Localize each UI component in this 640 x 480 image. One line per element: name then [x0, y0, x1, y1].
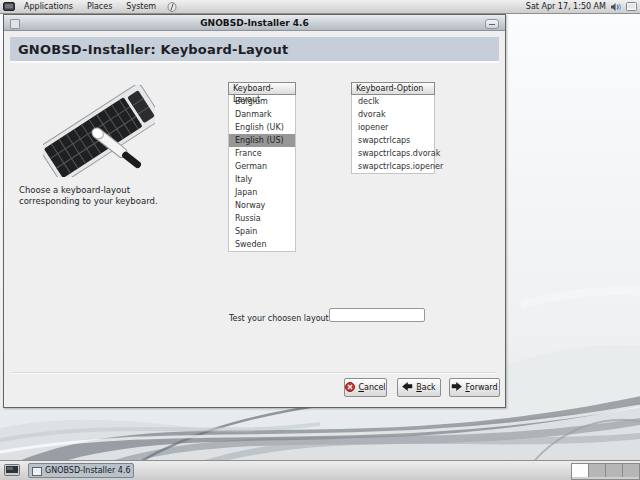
forward-arrow-icon	[451, 382, 462, 393]
instruction-text: Choose a keyboard-layout corresponding t…	[19, 185, 158, 207]
forward-button[interactable]: Forward	[449, 378, 500, 397]
list-item[interactable]: English (US)	[229, 134, 295, 147]
list-item[interactable]: Sweden	[229, 238, 295, 251]
list-item[interactable]: iopener	[352, 121, 434, 134]
list-item[interactable]: English (UK)	[229, 121, 295, 134]
workspace-cell[interactable]	[606, 464, 623, 477]
keyboard-test-input[interactable]	[329, 308, 425, 322]
test-layout-label: Test your choosen layout	[229, 314, 329, 323]
list-item[interactable]: France	[229, 147, 295, 160]
list-item[interactable]: German	[229, 160, 295, 173]
panel-launcher-icon[interactable]	[167, 2, 177, 12]
list-item[interactable]: declk	[352, 95, 434, 108]
menu-system[interactable]: System	[119, 0, 163, 13]
menu-applications[interactable]: Applications	[17, 0, 80, 13]
list-item[interactable]: swapctrlcaps.iopener	[352, 160, 434, 173]
distro-logo-icon[interactable]	[3, 2, 15, 12]
keyboard-option-list-header[interactable]: Keyboard-Option	[351, 82, 435, 95]
button-separator	[12, 372, 497, 374]
menu-places[interactable]: Places	[80, 0, 119, 13]
list-item[interactable]: dvorak	[352, 108, 434, 121]
page-header: GNOBSD-Installer: Keyboard-Layout	[10, 37, 499, 63]
workspace-switcher	[571, 463, 640, 480]
list-item[interactable]: Norway	[229, 199, 295, 212]
page-title: GNOBSD-Installer: Keyboard-Layout	[18, 42, 288, 57]
task-window-icon	[32, 461, 42, 480]
workspace-cell[interactable]	[572, 464, 589, 477]
cancel-icon	[345, 382, 355, 394]
list-item[interactable]: Japan	[229, 186, 295, 199]
list-item[interactable]: Russia	[229, 212, 295, 225]
show-desktop-icon[interactable]	[2, 463, 22, 479]
cancel-button[interactable]: Cancel	[344, 378, 387, 397]
minimize-button[interactable]	[485, 19, 499, 29]
back-arrow-icon	[402, 382, 413, 393]
window-titlebar[interactable]: GNOBSD-Installer 4.6	[4, 15, 505, 31]
list-item[interactable]: Italy	[229, 173, 295, 186]
list-item[interactable]: Spain	[229, 225, 295, 238]
keyboard-layout-list-items: BelgiumDanmarkEnglish (UK)English (US)Fr…	[228, 95, 296, 252]
back-button[interactable]: Back	[397, 378, 441, 397]
volume-icon[interactable]	[610, 2, 622, 12]
keyboard-illustration	[43, 85, 155, 177]
taskbar-window-button[interactable]: GNOBSD-Installer 4.6	[28, 463, 134, 478]
task-label: GNOBSD-Installer 4.6	[45, 466, 131, 475]
keyboard-layout-list-header[interactable]: Keyboard-Layout	[228, 82, 296, 95]
installer-window: GNOBSD-Installer 4.6 GNOBSD-Installer: K…	[3, 14, 506, 408]
list-item[interactable]: swapctrlcaps.dvorak	[352, 147, 434, 160]
window-menu-button[interactable]	[10, 19, 20, 29]
list-item[interactable]: swapctrlcaps	[352, 134, 434, 147]
keyboard-layout-list: Keyboard-Layout BelgiumDanmarkEnglish (U…	[228, 82, 296, 252]
panel-clock[interactable]: Sat Apr 17, 1:50 AM	[526, 2, 606, 11]
workspace-cell[interactable]	[589, 464, 606, 477]
keyboard-option-list: Keyboard-Option declkdvorakiopenerswapct…	[351, 82, 435, 174]
workspace-cell[interactable]	[623, 464, 639, 477]
list-item[interactable]: Danmark	[229, 108, 295, 121]
list-item[interactable]: Belgium	[229, 95, 295, 108]
display-settings-icon[interactable]	[626, 2, 637, 12]
taskbar: GNOBSD-Installer 4.6	[0, 460, 640, 480]
top-panel: Applications Places System Sat Apr 17, 1…	[0, 0, 640, 14]
window-title: GNOBSD-Installer 4.6	[200, 18, 309, 28]
keyboard-option-list-items: declkdvorakiopenerswapctrlcapsswapctrlca…	[351, 95, 435, 174]
